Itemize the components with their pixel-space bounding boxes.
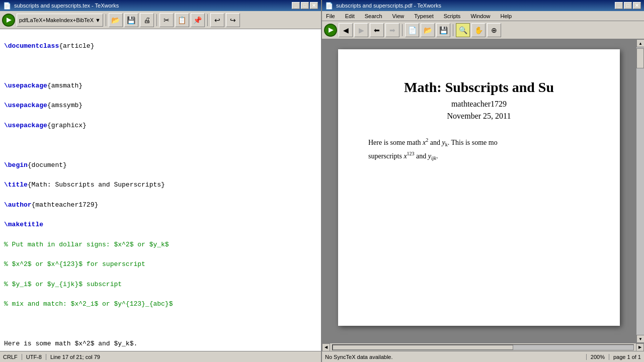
menu-typeset[interactable]: Typeset: [412, 13, 436, 19]
pdf-toolbar-sep-2: [453, 24, 453, 36]
code-line-3: \usepackage{amsmath}: [4, 81, 317, 91]
scroll-up-btn[interactable]: ▲: [636, 39, 644, 47]
code-line-6: [4, 140, 317, 150]
scroll-left-btn[interactable]: ◀: [322, 343, 330, 351]
code-line-2: [4, 61, 317, 71]
synctex-status: No SyncTeX data available.: [325, 354, 393, 360]
pdf-title: Math: Subscripts and Su: [368, 79, 590, 96]
pdf-title-icon: 📄: [325, 2, 333, 10]
toolbar-separator-2: [156, 14, 157, 26]
pdf-forward-btn[interactable]: ▶: [354, 23, 368, 37]
page-indicator: page 1 of 1: [609, 354, 641, 360]
code-line-4: \usepackage{amssymb}: [4, 101, 317, 111]
pdf-new-btn[interactable]: 📄: [405, 23, 419, 37]
scroll-right-btn[interactable]: ▶: [636, 343, 644, 351]
pdf-scrollbar-horizontal[interactable]: ◀ ▶: [322, 343, 644, 351]
pdf-toolbar-sep-1: [402, 24, 403, 36]
editor-status-bar: CRLF UTF-8 Line 17 of 21; col 79: [0, 351, 321, 362]
code-line-16: Here is some math $x^2$ and $y_k$.: [4, 339, 317, 349]
encoding-indicator: UTF-8: [26, 354, 46, 360]
cursor-position-indicator: Line 17 of 21; col 79: [50, 354, 100, 360]
pdf-main-area: Math: Subscripts and Su mathteacher1729 …: [322, 39, 644, 343]
code-line-9: \author{mathteacher1729}: [4, 200, 317, 210]
pdf-page: Math: Subscripts and Su mathteacher1729 …: [338, 49, 620, 326]
pdf-save-btn[interactable]: 💾: [436, 23, 450, 37]
code-line-1: \documentclass{article}: [4, 41, 317, 51]
code-editor[interactable]: \documentclass{article} \usepackage{amsm…: [0, 29, 321, 351]
pdf-open-btn[interactable]: 📂: [421, 23, 435, 37]
compile-button[interactable]: [2, 14, 15, 27]
dropdown-arrow-icon: ▼: [95, 17, 101, 23]
editor-title-icon: 📄: [3, 2, 11, 10]
maximize-btn[interactable]: □: [301, 2, 309, 9]
pdf-back-btn[interactable]: ◀: [339, 23, 353, 37]
pdf-body-text: Here is some math x2 and yk. This is som…: [368, 136, 590, 163]
code-line-11: % Put math in dollar signs: $x^2$ or $y_…: [4, 240, 317, 250]
pdf-date: November 25, 2011: [368, 112, 590, 121]
toolbar-separator-1: [106, 14, 106, 26]
pdf-play-btn[interactable]: [324, 24, 337, 37]
compile-mode-dropdown[interactable]: pdfLaTeX+MakeIndex+BibTeX ▼: [17, 14, 103, 27]
menu-search[interactable]: Search: [363, 13, 384, 19]
minimize-btn[interactable]: _: [292, 2, 300, 9]
paste-btn[interactable]: 📌: [191, 13, 205, 27]
print-btn[interactable]: 🖨: [140, 13, 154, 27]
editor-toolbar: pdfLaTeX+MakeIndex+BibTeX ▼ 📂 💾 🖨 ✂ 📋 📌 …: [0, 11, 321, 29]
editor-titlebar: 📄 subscripts and superscripts.tex - TeXw…: [0, 0, 321, 11]
editor-panel: 📄 subscripts and superscripts.tex - TeXw…: [0, 0, 322, 362]
pdf-panel: 📄 subscripts and superscripts.pdf - TeXw…: [322, 0, 644, 362]
menu-file[interactable]: File: [324, 13, 337, 19]
scroll-track-vertical[interactable]: [636, 47, 644, 335]
code-line-13: % $y_i$ or $y_{ijk}$ subscript: [4, 280, 317, 290]
pdf-title-text: subscripts and superscripts.pdf - TeXwor…: [336, 3, 441, 9]
pdf-close-btn[interactable]: ✕: [633, 2, 641, 9]
pdf-minimize-btn[interactable]: _: [615, 2, 623, 9]
pdf-scrollbar-vertical[interactable]: ▲ ▼: [636, 39, 644, 343]
toolbar-separator-3: [207, 14, 208, 26]
code-line-14: % mix and match: $x^2_i$ or $y^{123}_{ab…: [4, 299, 317, 309]
pdf-next-page-btn[interactable]: ➡: [385, 23, 399, 37]
cut-btn[interactable]: ✂: [159, 13, 174, 27]
scroll-track-horizontal[interactable]: [332, 344, 634, 350]
open-file-btn[interactable]: 📂: [109, 13, 123, 27]
pdf-synctex-btn[interactable]: ⊕: [487, 23, 501, 37]
compile-mode-label: pdfLaTeX+MakeIndex+BibTeX: [19, 17, 94, 23]
pdf-toolbar: ◀ ▶ ⬅ ➡ 📄 📂 💾 🔍 ✋ ⊕: [322, 21, 644, 39]
pdf-maximize-btn[interactable]: □: [624, 2, 632, 9]
menu-window[interactable]: Window: [468, 13, 492, 19]
editor-title-text: subscripts and superscripts.tex - TeXwor…: [14, 3, 119, 9]
scroll-thumb-vertical[interactable]: [636, 48, 644, 68]
code-line-7: \begin{document}: [4, 160, 317, 170]
code-line-8: \title{Math: Subscripts and Superscripts…: [4, 180, 317, 190]
pdf-content-area[interactable]: Math: Subscripts and Su mathteacher1729 …: [322, 39, 636, 343]
undo-btn[interactable]: ↩: [210, 13, 224, 27]
code-line-12: % $x^2$ or $x^{123}$ for superscript: [4, 259, 317, 269]
scroll-thumb-horizontal[interactable]: [333, 345, 513, 350]
zoom-level: 200%: [586, 354, 605, 360]
redo-btn[interactable]: ↪: [226, 13, 240, 27]
pdf-status-bar: No SyncTeX data available. 200% page 1 o…: [322, 351, 644, 362]
save-file-btn[interactable]: 💾: [124, 13, 138, 27]
scroll-down-btn[interactable]: ▼: [636, 335, 644, 343]
pdf-hand-tool-btn[interactable]: ✋: [471, 23, 486, 37]
pdf-author: mathteacher1729: [368, 100, 590, 109]
copy-btn[interactable]: 📋: [175, 13, 189, 27]
menu-help[interactable]: Help: [499, 13, 514, 19]
code-line-15: [4, 319, 317, 329]
line-ending-indicator: CRLF: [3, 354, 22, 360]
close-btn[interactable]: ✕: [310, 2, 318, 9]
menu-view[interactable]: View: [390, 13, 407, 19]
menu-edit[interactable]: Edit: [343, 13, 357, 19]
pdf-menubar: File Edit Search View Typeset Scripts Wi…: [322, 11, 644, 21]
menu-scripts[interactable]: Scripts: [442, 13, 463, 19]
code-line-10: \maketitle: [4, 220, 317, 230]
pdf-prev-page-btn[interactable]: ⬅: [370, 23, 384, 37]
code-line-5: \usepackage{graphicx}: [4, 121, 317, 131]
pdf-search-btn[interactable]: 🔍: [456, 23, 470, 37]
pdf-titlebar: 📄 subscripts and superscripts.pdf - TeXw…: [322, 0, 644, 11]
main-window: 📄 subscripts and superscripts.tex - TeXw…: [0, 0, 644, 362]
